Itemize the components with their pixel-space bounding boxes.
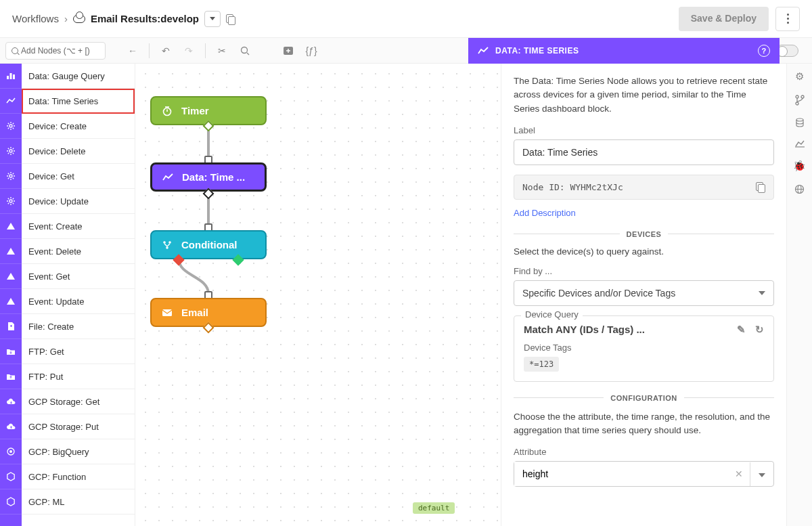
help-icon[interactable]: ? xyxy=(758,45,770,57)
palette-icon[interactable] xyxy=(0,314,22,339)
palette-icon[interactable] xyxy=(0,189,22,214)
svg-point-25 xyxy=(796,102,798,105)
workflows-link[interactable]: Workflows xyxy=(12,13,59,24)
svg-rect-5 xyxy=(7,76,9,79)
node-palette: Data: Gauge QueryData: Time SeriesDevice… xyxy=(0,64,135,526)
right-rail: ⚙ 🐞 xyxy=(786,64,812,526)
palette-item[interactable]: Data: Gauge Query xyxy=(22,64,135,89)
search-placeholder: Add Nodes (⌥ + [) xyxy=(21,46,90,56)
palette-icon[interactable] xyxy=(0,139,22,164)
undo-button[interactable]: ↶ xyxy=(156,41,175,60)
palette-item[interactable]: GCP: Function xyxy=(22,464,135,489)
palette-item[interactable]: GCP Storage: Put xyxy=(22,414,135,439)
device-query-label: Device Query xyxy=(521,309,583,320)
label-input[interactable] xyxy=(514,139,774,165)
palette-item[interactable]: Event: Get xyxy=(22,264,135,289)
palette-item[interactable]: Data: Time Series xyxy=(22,89,135,114)
node-label: Timer xyxy=(181,105,209,116)
search-nodes-input[interactable]: Add Nodes (⌥ + [) xyxy=(5,42,106,60)
copy-node-id-icon[interactable] xyxy=(756,182,765,192)
add-description-link[interactable]: Add Description xyxy=(514,208,774,218)
palette-icon[interactable] xyxy=(0,439,22,464)
globe-icon[interactable] xyxy=(794,184,805,194)
find-by-select[interactable]: Specific Devices and/or Device Tags xyxy=(514,280,774,306)
palette-item[interactable]: Device: Create xyxy=(22,114,135,139)
branch-dropdown[interactable] xyxy=(204,11,221,27)
copy-icon[interactable] xyxy=(226,14,235,24)
settings-icon[interactable]: ⚙ xyxy=(795,70,804,83)
palette-item[interactable]: Event: Delete xyxy=(22,239,135,264)
save-deploy-button[interactable]: Save & Deploy xyxy=(679,7,769,31)
palette-icon[interactable] xyxy=(0,264,22,289)
configuration-text: Choose the the attribute, the time range… xyxy=(514,410,774,438)
palette-item[interactable]: GCP Storage: Get xyxy=(22,389,135,414)
breadcrumb: Workflows › Email Results:develop xyxy=(12,11,235,27)
database-icon[interactable] xyxy=(795,118,805,127)
back-button[interactable]: ← xyxy=(123,41,142,60)
palette-icon[interactable] xyxy=(0,414,22,439)
svg-point-8 xyxy=(9,125,12,127)
node-label: Conditional xyxy=(181,239,238,250)
email-icon xyxy=(161,307,173,319)
redo-button[interactable]: ↷ xyxy=(179,41,198,60)
branch-icon[interactable] xyxy=(795,95,805,106)
palette-icon[interactable] xyxy=(0,164,22,189)
cloud-icon xyxy=(73,15,85,23)
edit-query-icon[interactable]: ✎ xyxy=(737,324,746,336)
svg-point-23 xyxy=(796,95,798,98)
svg-point-9 xyxy=(9,150,12,152)
workflow-canvas[interactable]: Timer Data: Time ... Conditional xyxy=(135,64,501,526)
svg-point-10 xyxy=(9,175,12,177)
debug-icon[interactable]: 🐞 xyxy=(793,160,806,172)
palette-icon[interactable] xyxy=(0,339,22,364)
svg-rect-7 xyxy=(13,74,15,79)
palette-icon[interactable] xyxy=(0,389,22,414)
add-node-button[interactable] xyxy=(279,41,298,60)
device-query-value: Match ANY (IDs / Tags) ... xyxy=(524,324,645,335)
workflow-name: Email Results: xyxy=(91,13,160,24)
palette-item[interactable]: Event: Create xyxy=(22,214,135,239)
palette-icon[interactable] xyxy=(0,114,22,139)
more-menu-button[interactable] xyxy=(775,7,800,31)
palette-item[interactable]: Device: Delete xyxy=(22,139,135,164)
refresh-query-icon[interactable]: ↻ xyxy=(755,324,764,336)
svg-point-26 xyxy=(796,118,803,121)
node-id-display: Node ID: WYHMc2tXJc xyxy=(514,175,774,200)
svg-point-21 xyxy=(166,246,168,249)
attribute-dropdown[interactable] xyxy=(750,462,773,486)
palette-item[interactable]: FTP: Get xyxy=(22,339,135,364)
default-badge: default xyxy=(413,502,455,514)
palette-icon[interactable] xyxy=(0,64,22,89)
node-conditional[interactable]: Conditional xyxy=(150,230,267,259)
svg-rect-22 xyxy=(162,309,172,316)
svg-point-19 xyxy=(163,241,166,244)
palette-item[interactable]: GCP: ML xyxy=(22,489,135,514)
palette-icon[interactable] xyxy=(0,364,22,389)
attribute-input[interactable] xyxy=(514,462,728,486)
device-tag-chip[interactable]: *=123 xyxy=(524,357,559,372)
palette-icon[interactable] xyxy=(0,489,22,514)
palette-item[interactable]: GCP: BigQuery xyxy=(22,439,135,464)
palette-item[interactable]: Device: Update xyxy=(22,189,135,214)
svg-point-24 xyxy=(801,95,804,98)
attribute-select[interactable]: ✕ xyxy=(514,461,774,487)
palette-icon[interactable] xyxy=(0,464,22,489)
palette-icon[interactable] xyxy=(0,89,22,114)
palette-item[interactable]: Device: Get xyxy=(22,164,135,189)
properties-panel: The Data: Time Series Node allows you to… xyxy=(501,64,812,526)
palette-icon[interactable] xyxy=(0,214,22,239)
svg-line-1 xyxy=(247,53,249,55)
cut-button[interactable]: ✂ xyxy=(212,41,231,60)
chart-icon[interactable] xyxy=(795,139,805,148)
palette-item[interactable]: File: Create xyxy=(22,314,135,339)
palette-item[interactable]: Event: Update xyxy=(22,289,135,314)
svg-point-0 xyxy=(242,47,248,53)
clear-attribute-icon[interactable]: ✕ xyxy=(728,468,750,479)
code-button[interactable]: {ƒ} xyxy=(302,41,321,60)
palette-item[interactable]: FTP: Put xyxy=(22,364,135,389)
palette-icon[interactable] xyxy=(0,289,22,314)
zoom-out-button[interactable] xyxy=(235,41,254,60)
palette-icon[interactable] xyxy=(0,239,22,264)
workflow-branch: develop xyxy=(160,13,199,24)
panel-title: DATA: TIME SERIES xyxy=(495,46,579,56)
